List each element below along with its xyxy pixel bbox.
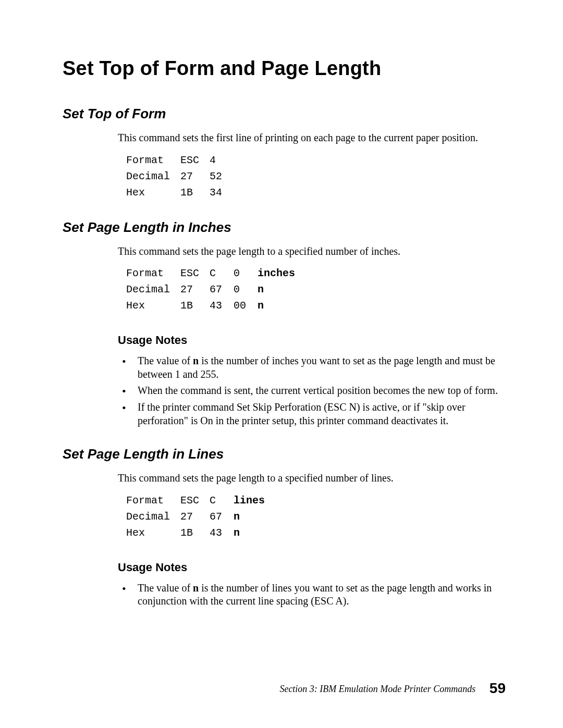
- cell: n: [258, 298, 295, 314]
- table-row: Hex 1B 34: [126, 184, 234, 201]
- cell: 1B: [180, 298, 210, 314]
- variable-n: n: [193, 582, 199, 594]
- section-heading-set-page-length-inches: Set Page Length in Inches: [63, 219, 500, 236]
- cell: Hex: [126, 298, 180, 314]
- cell: 43: [210, 298, 234, 314]
- cell: 0: [234, 265, 258, 281]
- table-row: Format ESC C 0 inches: [126, 265, 295, 281]
- cell: Hex: [126, 184, 180, 201]
- table-row: Hex 1B 43 n: [126, 525, 265, 541]
- cell: Format: [126, 152, 180, 168]
- section-heading-set-top-of-form: Set Top of Form: [63, 106, 500, 122]
- cell: lines: [234, 492, 265, 509]
- cell: ESC: [180, 492, 210, 509]
- cell: Decimal: [126, 509, 180, 525]
- page-title: Set Top of Form and Page Length: [63, 57, 500, 80]
- paragraph: This command sets the page length to a s…: [118, 472, 500, 485]
- cell: 00: [234, 298, 258, 314]
- usage-notes-heading: Usage Notes: [118, 561, 500, 574]
- code-table: Format ESC 4 Decimal 27 52 Hex 1B 34: [126, 152, 234, 201]
- cell: 27: [180, 168, 210, 184]
- paragraph: This command sets the first line of prin…: [118, 131, 500, 145]
- usage-notes-list: The value of n is the number of lines yo…: [118, 582, 500, 608]
- cell: 27: [180, 509, 210, 525]
- cell: C: [210, 492, 234, 509]
- page-footer: Section 3: IBM Emulation Mode Printer Co…: [279, 680, 506, 697]
- cell: 67: [210, 509, 234, 525]
- section-body: This command sets the page length to a s…: [118, 472, 500, 608]
- cell: 27: [180, 281, 210, 298]
- code-table: Format ESC C 0 inches Decimal 27 67 0 n …: [126, 265, 295, 314]
- table-row: Hex 1B 43 00 n: [126, 298, 295, 314]
- cell: n: [258, 281, 295, 298]
- cell: n: [234, 509, 265, 525]
- usage-notes-heading: Usage Notes: [118, 334, 500, 347]
- cell: Decimal: [126, 168, 180, 184]
- list-item: The value of n is the number of inches y…: [118, 354, 500, 381]
- cell: ESC: [180, 152, 210, 168]
- cell: Format: [126, 492, 180, 509]
- section-body: This command sets the first line of prin…: [118, 131, 500, 201]
- section-heading-set-page-length-lines: Set Page Length in Lines: [63, 446, 500, 462]
- cell: ESC: [180, 265, 210, 281]
- code-table: Format ESC C lines Decimal 27 67 n Hex 1…: [126, 492, 265, 541]
- table-row: Format ESC 4: [126, 152, 234, 168]
- section-body: This command sets the page length to a s…: [118, 245, 500, 428]
- cell: Hex: [126, 525, 180, 541]
- usage-notes-list: The value of n is the number of inches y…: [118, 354, 500, 427]
- cell: 43: [210, 525, 234, 541]
- table-row: Decimal 27 52: [126, 168, 234, 184]
- paragraph: This command sets the page length to a s…: [118, 245, 500, 258]
- list-item: If the printer command Set Skip Perforat…: [118, 401, 500, 427]
- cell: 52: [210, 168, 234, 184]
- cell: 67: [210, 281, 234, 298]
- cell: 0: [234, 281, 258, 298]
- cell: inches: [258, 265, 295, 281]
- cell: 34: [210, 184, 234, 201]
- cell: n: [234, 525, 265, 541]
- cell: Format: [126, 265, 180, 281]
- cell: C: [210, 265, 234, 281]
- list-item: The value of n is the number of lines yo…: [118, 582, 500, 608]
- cell: 1B: [180, 525, 210, 541]
- table-row: Format ESC C lines: [126, 492, 265, 509]
- table-row: Decimal 27 67 0 n: [126, 281, 295, 298]
- text: The value of: [138, 355, 193, 366]
- text: The value of: [138, 582, 193, 594]
- table-row: Decimal 27 67 n: [126, 509, 265, 525]
- cell: 1B: [180, 184, 210, 201]
- cell: Decimal: [126, 281, 180, 298]
- list-item: When the command is sent, the current ve…: [118, 384, 500, 398]
- footer-section-label: Section 3: IBM Emulation Mode Printer Co…: [279, 684, 475, 694]
- cell: 4: [210, 152, 234, 168]
- document-page: Set Top of Form and Page Length Set Top …: [0, 0, 563, 728]
- variable-n: n: [193, 355, 199, 366]
- page-number: 59: [489, 680, 506, 696]
